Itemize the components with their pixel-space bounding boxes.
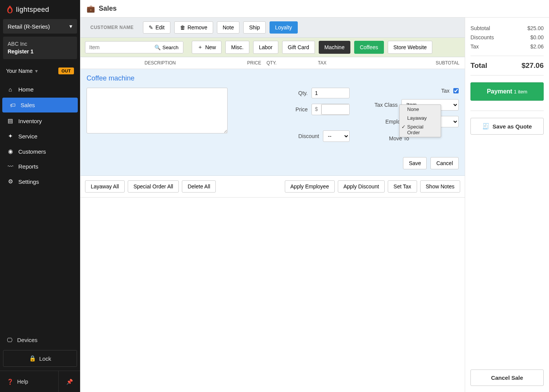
apply-discount-button[interactable]: Apply Discount [338, 180, 385, 193]
coffees-button[interactable]: Coffees [354, 41, 384, 54]
tag-icon: 🏷 [9, 102, 16, 108]
help-label: Help [17, 379, 28, 385]
ship-button[interactable]: Ship [243, 21, 265, 34]
set-tax-button[interactable]: Set Tax [388, 180, 417, 193]
lock-label: Lock [39, 355, 51, 362]
remove-button[interactable]: 🗑Remove [174, 21, 213, 34]
edit-button[interactable]: ✎Edit [143, 21, 170, 34]
plus-icon: ＋ [197, 44, 203, 51]
discount-select[interactable]: -- [323, 130, 350, 142]
discounts-value: $0.00 [530, 34, 544, 40]
lock-icon: 🔒 [29, 355, 36, 362]
total-label: Total [470, 61, 487, 70]
nav-sales[interactable]: 🏷Sales [2, 98, 78, 112]
page-title: Sales [99, 5, 117, 13]
page-header: 💼 Sales [80, 0, 549, 18]
col-subtotal: SUBTOTAL [360, 60, 459, 66]
help-button[interactable]: ❓Help [0, 371, 59, 392]
subtotal-label: Subtotal [470, 25, 490, 31]
pin-button[interactable]: 📌 [59, 371, 80, 392]
lock-button[interactable]: 🔒Lock [3, 350, 77, 367]
nav-label: Customers [18, 148, 46, 155]
archive-icon: ▤ [7, 117, 14, 124]
search-button[interactable]: 🔍Search [150, 41, 183, 53]
payment-button[interactable]: Payment1 item [470, 82, 544, 101]
nav: ⌂Home 🏷Sales ▤Inventory ✦Service ◉Custom… [0, 82, 80, 189]
currency-symbol: $ [312, 104, 321, 115]
search-icon: 🔍 [154, 45, 161, 50]
save-quote-button[interactable]: 🧾Save as Quote [470, 118, 544, 135]
layaway-all-button[interactable]: Layaway All [85, 180, 125, 193]
nav-service[interactable]: ✦Service [0, 129, 80, 144]
discount-label: Discount [299, 133, 319, 139]
store-website-button[interactable]: Store Website [388, 41, 433, 54]
out-badge[interactable]: OUT [58, 67, 74, 74]
gear-icon: ⚙ [7, 178, 14, 185]
moveto-option-layaway[interactable]: Layaway [400, 114, 441, 122]
bulk-actions: Layaway All Special Order All Delete All… [80, 176, 465, 198]
item-save-button[interactable]: Save [403, 157, 427, 169]
nav-reports[interactable]: 〰Reports [0, 159, 80, 174]
devices-icon: 🖵 [7, 337, 13, 343]
delete-all-button[interactable]: Delete All [182, 180, 216, 193]
misc-button[interactable]: Misc. [225, 41, 249, 54]
customer-name-button[interactable]: CUSTOMER NAME [85, 21, 139, 34]
nav-inventory[interactable]: ▤Inventory [0, 113, 80, 129]
moveto-option-none[interactable]: None [400, 105, 441, 114]
show-notes-button[interactable]: Show Notes [420, 180, 460, 193]
discounts-label: Discounts [470, 34, 494, 40]
btn-label: Search [162, 45, 178, 50]
user-row[interactable]: Your Name▾ OUT [0, 62, 80, 80]
help-icon: ❓ [7, 379, 13, 385]
btn-label: New [205, 44, 216, 50]
machine-button[interactable]: Machine [319, 41, 350, 54]
btn-label: Edit [156, 24, 165, 31]
new-button[interactable]: ＋New [192, 41, 222, 54]
product-selector[interactable]: Retail (R-Series) ▾ [3, 19, 77, 34]
tax-label: Tax [441, 88, 449, 94]
item-toolbar: 🔍Search ＋New Misc. Labor Gift Card Machi… [80, 38, 465, 57]
line-item-expanded: Coffee machine Qty. Price $ [80, 69, 465, 176]
brand-logo: lightspeed [0, 0, 80, 18]
tax-value: $2.06 [530, 43, 544, 50]
nav-label: Settings [18, 178, 39, 185]
total-value: $27.06 [522, 61, 544, 70]
col-price: PRICE [234, 60, 261, 66]
trash-icon: 🗑 [180, 24, 185, 31]
search-group: 🔍Search [85, 41, 183, 53]
pin-icon: 📌 [66, 379, 73, 385]
nav-label: Service [18, 133, 37, 140]
item-notes-textarea[interactable] [87, 88, 228, 133]
giftcard-button[interactable]: Gift Card [282, 41, 315, 54]
company-block[interactable]: ABC Inc Register 1 [3, 37, 77, 59]
special-order-all-button[interactable]: Special Order All [128, 180, 179, 193]
register-name: Register 1 [8, 48, 72, 56]
quote-label: Save as Quote [493, 123, 532, 130]
price-input-group: $ [311, 104, 350, 115]
nav-customers[interactable]: ◉Customers [0, 144, 80, 159]
note-button[interactable]: Note [217, 21, 240, 34]
apply-employee-button[interactable]: Apply Employee [285, 180, 335, 193]
moveto-option-special[interactable]: Special Order [400, 122, 441, 137]
btn-label: Remove [188, 24, 207, 31]
moveto-dropdown: None Layaway Special Order [399, 104, 441, 137]
pencil-icon: ✎ [149, 24, 153, 31]
subtotal-value: $25.00 [527, 25, 544, 31]
nav-settings[interactable]: ⚙Settings [0, 174, 80, 189]
item-search-input[interactable] [85, 41, 150, 53]
item-name[interactable]: Coffee machine [87, 74, 459, 82]
nav-devices[interactable]: 🖵Devices [0, 332, 80, 348]
tax-checkbox[interactable] [453, 88, 459, 93]
user-icon: ◉ [7, 148, 14, 155]
nav-home[interactable]: ⌂Home [0, 82, 80, 97]
qty-input[interactable] [311, 88, 350, 98]
payment-label: Payment [487, 88, 512, 95]
labor-button[interactable]: Labor [253, 41, 278, 54]
cancel-sale-button[interactable]: Cancel Sale [470, 370, 544, 386]
register-icon: 💼 [87, 5, 95, 13]
item-cancel-button[interactable]: Cancel [430, 157, 459, 169]
main: 💼 Sales CUSTOMER NAME ✎Edit 🗑Remove Note… [80, 0, 549, 392]
tax-label: Tax [470, 43, 479, 50]
price-input[interactable] [321, 104, 350, 115]
loyalty-button[interactable]: Loyalty [270, 21, 298, 34]
